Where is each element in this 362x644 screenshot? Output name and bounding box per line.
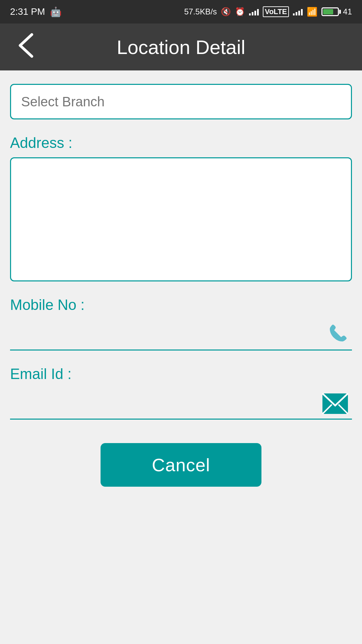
signal-bar bbox=[249, 13, 251, 15]
signal-bar bbox=[252, 12, 253, 15]
back-button[interactable] bbox=[10, 30, 42, 64]
mobile-section: Mobile No : bbox=[10, 297, 352, 351]
signal-bars-1 bbox=[249, 8, 259, 15]
email-section: Email Id : bbox=[10, 366, 352, 420]
mobile-label: Mobile No : bbox=[10, 297, 352, 313]
signal-bar bbox=[301, 9, 303, 15]
phone-icon bbox=[325, 323, 349, 346]
lte-badge: VoLTE bbox=[263, 6, 289, 17]
battery-icon bbox=[321, 7, 339, 16]
page-title: Location Detail bbox=[117, 36, 245, 58]
network-speed: 57.5KB/s bbox=[184, 7, 217, 16]
signal-bar bbox=[293, 13, 295, 15]
signal-bar bbox=[296, 12, 297, 15]
email-label: Email Id : bbox=[10, 366, 352, 382]
signal-bar bbox=[298, 11, 300, 15]
signal-bar bbox=[254, 11, 256, 15]
address-container[interactable] bbox=[10, 157, 352, 281]
battery-fill bbox=[323, 9, 333, 14]
top-navigation: Location Detail bbox=[0, 23, 362, 70]
main-content: Address : Mobile No : Email Id : bbox=[0, 70, 362, 500]
status-bar: 2:31 PM 🤖 57.5KB/s 🔇 ⏰ VoLTE 📶 41 bbox=[0, 0, 362, 23]
mail-icon bbox=[322, 393, 349, 415]
signal-bar bbox=[257, 9, 259, 15]
mobile-input[interactable] bbox=[10, 319, 352, 350]
status-bar-right: 57.5KB/s 🔇 ⏰ VoLTE 📶 41 bbox=[184, 6, 352, 17]
address-label: Address : bbox=[10, 135, 352, 151]
address-section: Address : bbox=[10, 135, 352, 281]
email-input-wrapper[interactable] bbox=[10, 388, 352, 420]
select-branch-container[interactable] bbox=[10, 84, 352, 119]
select-branch-input[interactable] bbox=[11, 85, 351, 118]
battery-percent: 41 bbox=[343, 7, 352, 16]
android-icon: 🤖 bbox=[50, 6, 62, 17]
mute-icon: 🔇 bbox=[221, 7, 231, 16]
status-bar-left: 2:31 PM 🤖 bbox=[10, 6, 62, 17]
wifi-icon: 📶 bbox=[307, 7, 317, 17]
email-input[interactable] bbox=[10, 388, 352, 419]
signal-bars-2 bbox=[293, 8, 303, 15]
mobile-input-wrapper[interactable] bbox=[10, 319, 352, 351]
alarm-icon: ⏰ bbox=[235, 7, 245, 16]
cancel-button[interactable]: Cancel bbox=[101, 443, 261, 487]
time-display: 2:31 PM bbox=[10, 6, 45, 17]
address-textarea[interactable] bbox=[11, 158, 351, 279]
